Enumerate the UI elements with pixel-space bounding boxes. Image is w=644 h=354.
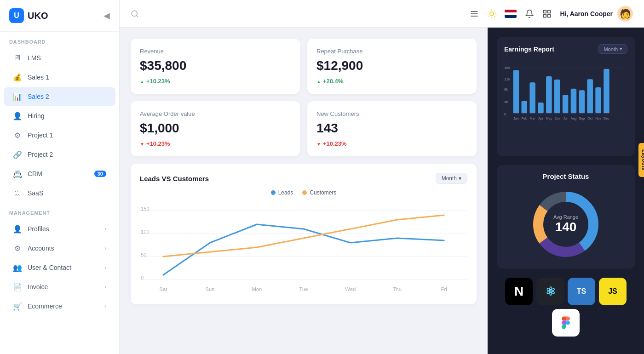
- section-label-management: MANAGEMENT: [0, 203, 119, 219]
- saas-icon: 🗂: [13, 188, 22, 198]
- sidebar-label-sales2: Sales 2: [28, 93, 49, 100]
- sidebar-label-user-contact: User & Contact: [28, 264, 71, 271]
- svg-text:Dec: Dec: [604, 117, 610, 120]
- donut-avg-value: 140: [553, 220, 578, 234]
- logo-text: UKO: [28, 11, 48, 21]
- stat-card-revenue: Revenue $35,800 +10.23%: [131, 39, 300, 94]
- project-status-card: Project Status Avg Range: [497, 165, 635, 268]
- earnings-bar-chart: 15k 11k 8k 4k 0: [504, 59, 627, 147]
- logo-icon: U: [9, 8, 24, 23]
- user-name: Hi, Aaron Cooper: [560, 10, 613, 17]
- svg-rect-47: [554, 80, 560, 113]
- sidebar-item-lms[interactable]: 🖥 LMS: [4, 49, 115, 67]
- sidebar-item-hiring[interactable]: 👤 Hiring: [4, 107, 115, 125]
- tech-icon-nextjs[interactable]: N: [505, 278, 533, 305]
- revenue-label: Revenue: [140, 48, 291, 55]
- crm-badge: 30: [94, 171, 106, 177]
- sales2-icon: 📊: [13, 92, 22, 101]
- svg-text:8k: 8k: [504, 87, 508, 91]
- sidebar-item-saas[interactable]: 🗂 SaaS: [4, 184, 115, 202]
- right-panel: Earnings Report Month ▾ 15k 11k 8k 4k 0: [488, 28, 644, 354]
- sidebar-label-ecommerce: Ecommerce: [28, 303, 62, 310]
- svg-rect-45: [538, 103, 544, 113]
- crm-icon: 📇: [13, 169, 22, 178]
- svg-text:Sep: Sep: [579, 117, 585, 120]
- svg-text:Mon: Mon: [252, 286, 262, 292]
- sidebar-item-sales1[interactable]: 💰 Sales 1: [4, 68, 115, 86]
- sidebar-label-sales1: Sales 1: [28, 74, 49, 81]
- earnings-chart-card: Earnings Report Month ▾ 15k 11k 8k 4k 0: [497, 37, 635, 156]
- sidebar-label-crm: CRM: [28, 170, 42, 177]
- sidebar-item-user-contact[interactable]: 👥 User & Contact ›: [4, 258, 115, 277]
- tech-icon-figma[interactable]: [552, 309, 580, 337]
- stats-grid: Revenue $35,800 +10.23% Repeat Purchase …: [131, 39, 477, 156]
- ecommerce-icon: 🛒: [13, 302, 22, 311]
- earnings-filter[interactable]: Month ▾: [598, 44, 627, 54]
- menu-icon[interactable]: [470, 9, 479, 18]
- svg-rect-16: [544, 14, 546, 17]
- sidebar-label-lms: LMS: [28, 54, 41, 62]
- sales1-icon: 💰: [13, 73, 22, 82]
- hiring-icon: 👤: [13, 111, 22, 120]
- svg-text:0: 0: [141, 275, 144, 280]
- svg-text:Oct: Oct: [587, 117, 592, 120]
- search-box[interactable]: [131, 10, 139, 18]
- legend-leads: Leads: [271, 189, 293, 196]
- down-arrow-icon2: [316, 140, 321, 147]
- svg-rect-49: [571, 89, 577, 114]
- sidebar-item-profiles[interactable]: 👤 Profiles ›: [4, 220, 115, 238]
- svg-rect-51: [587, 79, 593, 113]
- flag-icon[interactable]: [505, 10, 517, 18]
- logo[interactable]: U UKO: [9, 8, 48, 23]
- sidebar-item-sales2[interactable]: 📊 Sales 2: [4, 87, 115, 106]
- svg-text:Wed: Wed: [345, 286, 356, 292]
- tech-icon-javascript[interactable]: JS: [599, 278, 627, 305]
- sidebar-item-invoice[interactable]: 📄 Invoice ›: [4, 278, 115, 296]
- user-section[interactable]: Hi, Aaron Cooper 🧑: [560, 6, 633, 22]
- revenue-change: +10.23%: [140, 78, 291, 85]
- sidebar-item-ecommerce[interactable]: 🛒 Ecommerce ›: [4, 297, 115, 315]
- stat-card-repeat-purchase: Repeat Purchase $12,900 +20.4%: [307, 39, 477, 94]
- leads-chart-header: Leads VS Customers Month ▾: [140, 173, 467, 184]
- left-panel: Revenue $35,800 +10.23% Repeat Purchase …: [120, 28, 488, 354]
- line-chart-svg: 150 100 50 0 Sat Sun Mon Tue Wed: [140, 201, 467, 293]
- donut-chart: Avg Range 140: [529, 188, 603, 261]
- customers-dot: [302, 190, 307, 195]
- tech-icon-react[interactable]: ⚛: [536, 278, 564, 305]
- svg-text:100: 100: [141, 229, 150, 234]
- sidebar-item-project2[interactable]: 🔗 Project 2: [4, 145, 115, 164]
- svg-rect-43: [522, 101, 528, 114]
- collapse-button[interactable]: ◀: [104, 11, 110, 21]
- svg-line-12: [494, 11, 495, 11]
- bell-icon[interactable]: [525, 9, 534, 18]
- svg-rect-14: [548, 10, 551, 13]
- svg-text:Mar: Mar: [529, 117, 535, 120]
- svg-text:Jun: Jun: [554, 117, 560, 120]
- leads-chart-filter[interactable]: Month ▾: [436, 173, 467, 184]
- legend-customers: Customers: [302, 189, 336, 196]
- svg-rect-53: [604, 69, 610, 113]
- sidebar-item-crm[interactable]: 📇 CRM 30: [4, 165, 115, 183]
- sidebar-item-accounts[interactable]: ⚙ Accounts ›: [4, 239, 115, 257]
- sidebar-label-project1: Project 1: [28, 131, 53, 139]
- svg-text:Sun: Sun: [206, 286, 215, 292]
- earnings-chart-title: Earnings Report: [504, 46, 554, 53]
- svg-point-0: [132, 11, 137, 16]
- sidebar-item-project1[interactable]: ⚙ Project 1: [4, 126, 115, 144]
- accounts-chevron: ›: [104, 245, 106, 251]
- svg-text:15k: 15k: [504, 66, 511, 70]
- layouts-tab[interactable]: Layouts: [638, 143, 644, 177]
- search-icon: [131, 10, 139, 18]
- tech-icon-typescript[interactable]: TS: [568, 278, 595, 305]
- accounts-icon: ⚙: [13, 244, 22, 253]
- svg-point-4: [490, 11, 494, 15]
- grid-icon[interactable]: [542, 9, 552, 18]
- leads-chart-title: Leads VS Customers: [140, 175, 209, 183]
- invoice-chevron: ›: [104, 284, 106, 290]
- svg-text:Thu: Thu: [393, 286, 402, 292]
- svg-text:0: 0: [504, 112, 506, 116]
- svg-text:Jul: Jul: [564, 117, 568, 120]
- new-customers-change: +10.23%: [316, 140, 467, 147]
- svg-line-8: [494, 16, 495, 17]
- sun-icon[interactable]: [487, 9, 496, 18]
